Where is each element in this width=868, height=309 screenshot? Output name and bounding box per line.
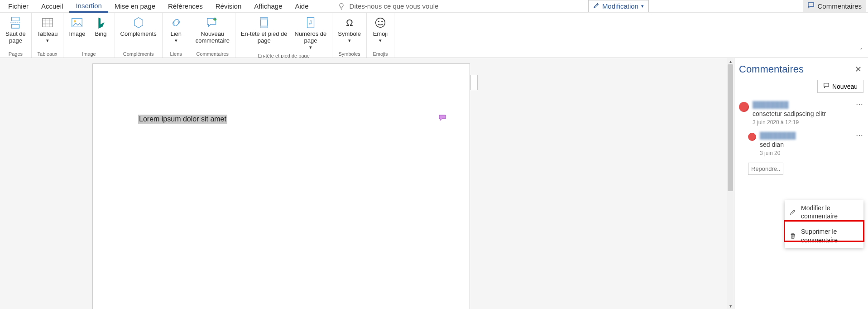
svg-point-20 bbox=[381, 21, 383, 22]
ribbon: Saut de page Pages Tableau ▾ Tableaux bbox=[0, 13, 868, 58]
ellipsis-icon: ⋯ bbox=[856, 101, 863, 108]
ribbon-group-pages-label: Pages bbox=[9, 50, 23, 58]
ribbon-group-symboles-label: Symboles bbox=[338, 50, 360, 58]
tab-insertion[interactable]: Insertion bbox=[69, 0, 108, 13]
comments-panel: Commentaires ✕ Nouveau █████ bbox=[734, 58, 868, 309]
ribbon-emoji[interactable]: Emoji ▾ bbox=[369, 14, 392, 50]
tab-affichage[interactable]: Affichage bbox=[248, 0, 288, 12]
scroll-track[interactable] bbox=[727, 64, 734, 303]
tab-accueil[interactable]: Accueil bbox=[35, 0, 69, 12]
ribbon-header-footer[interactable]: En-tête et pied de page bbox=[237, 14, 291, 52]
scroll-up-arrow[interactable]: ▴ bbox=[727, 58, 734, 64]
scroll-thumb[interactable] bbox=[728, 64, 733, 191]
svg-point-18 bbox=[376, 18, 385, 28]
chevron-down-icon: ▾ bbox=[175, 38, 177, 43]
ctx-delete-comment[interactable]: Supprimer le commentaire bbox=[785, 224, 863, 247]
bing-icon bbox=[94, 15, 108, 30]
chevron-down-icon: ▾ bbox=[46, 38, 49, 43]
comments-panel-close[interactable]: ✕ bbox=[853, 64, 863, 75]
ribbon-lien[interactable]: Lien ▾ bbox=[164, 14, 188, 50]
margin-indicator bbox=[470, 75, 478, 90]
tab-references[interactable]: Références bbox=[162, 0, 209, 12]
svg-rect-3 bbox=[42, 19, 53, 27]
svg-rect-14 bbox=[261, 26, 268, 28]
ribbon-group-image-label: Image bbox=[82, 50, 96, 58]
ribbon-image[interactable]: Image bbox=[65, 14, 89, 50]
link-icon bbox=[169, 15, 183, 30]
selected-text[interactable]: Lorem ipsum dolor sit amet bbox=[138, 115, 227, 124]
ribbon-group-pages: Saut de page Pages bbox=[0, 13, 32, 58]
chevron-down-icon: ▾ bbox=[641, 3, 644, 9]
ribbon-header-footer-label: En-tête et pied de page bbox=[241, 31, 288, 44]
ribbon-tableau[interactable]: Tableau ▾ bbox=[34, 14, 62, 50]
emoji-icon bbox=[373, 15, 388, 30]
scroll-down-arrow[interactable]: ▾ bbox=[727, 303, 734, 309]
ctx-edit-label: Modifier le commentaire bbox=[801, 204, 859, 220]
ribbon-collapse-button[interactable]: ˄ bbox=[857, 47, 865, 55]
comments-toggle-button[interactable]: Commentaires bbox=[803, 0, 866, 12]
close-icon: ✕ bbox=[855, 65, 862, 74]
ribbon-group-symboles: Ω Symbole ▾ Symboles bbox=[332, 13, 367, 58]
ribbon-page-break[interactable]: Saut de page bbox=[2, 14, 29, 50]
pencil-icon bbox=[789, 208, 796, 216]
ribbon-group-liens-label: Liens bbox=[170, 50, 182, 58]
modification-label: Modification bbox=[602, 2, 638, 10]
ribbon-tableau-label: Tableau bbox=[37, 31, 58, 38]
ribbon-symbole-label: Symbole bbox=[338, 31, 361, 38]
ribbon-group-liens: Lien ▾ Liens bbox=[163, 13, 190, 58]
chevron-up-icon: ˄ bbox=[860, 48, 863, 54]
chevron-down-icon: ▾ bbox=[309, 44, 312, 50]
ribbon-group-complements: Compléments Compléments bbox=[115, 13, 163, 58]
comment-reply[interactable]: ████████ sed dian 3 juin 20 ⋯ bbox=[748, 130, 863, 158]
ribbon-complements[interactable]: Compléments bbox=[117, 14, 160, 50]
ribbon-group-tableaux-label: Tableaux bbox=[38, 50, 58, 58]
comment-bubble-icon bbox=[823, 82, 830, 90]
modification-button[interactable]: Modification ▾ bbox=[588, 0, 649, 12]
ribbon-group-emojis: Emoji ▾ Emojis bbox=[367, 13, 394, 58]
comment-bubble-icon bbox=[807, 2, 815, 10]
ribbon-page-number[interactable]: # Numéros de page ▾ bbox=[291, 14, 331, 52]
new-comment-button[interactable]: Nouveau bbox=[817, 80, 863, 93]
comments-panel-title: Commentaires bbox=[739, 63, 804, 75]
reply-input[interactable] bbox=[748, 163, 783, 175]
ribbon-image-label: Image bbox=[69, 31, 85, 38]
document-area: Lorem ipsum dolor sit amet ▴ ▾ bbox=[0, 58, 734, 309]
ribbon-group-commentaires: Nouveau commentaire Commentaires bbox=[190, 13, 235, 58]
chevron-down-icon: ▾ bbox=[379, 38, 382, 43]
comment-date: 3 juin 2020 à 12:19 bbox=[753, 119, 863, 126]
trash-icon bbox=[789, 232, 796, 240]
comment-overflow-menu[interactable]: ⋯ bbox=[856, 100, 863, 109]
avatar bbox=[748, 133, 756, 141]
table-icon bbox=[40, 15, 55, 30]
tab-fichier[interactable]: Fichier bbox=[2, 0, 35, 12]
svg-rect-13 bbox=[261, 18, 268, 20]
tab-revision[interactable]: Révision bbox=[209, 0, 248, 12]
tab-mise-en-page[interactable]: Mise en page bbox=[108, 0, 162, 12]
ellipsis-icon: ⋯ bbox=[856, 131, 863, 139]
ribbon-page-break-label: Saut de page bbox=[5, 31, 26, 44]
tell-me-search[interactable]: Dites-nous ce que vous voule bbox=[338, 2, 439, 10]
ribbon-group-complements-label: Compléments bbox=[123, 50, 154, 58]
svg-rect-1 bbox=[12, 24, 19, 28]
workspace: Lorem ipsum dolor sit amet ▴ ▾ Commentai… bbox=[0, 58, 868, 309]
ribbon-symbole[interactable]: Ω Symbole ▾ bbox=[334, 14, 364, 50]
ribbon-nouveau-commentaire[interactable]: Nouveau commentaire bbox=[192, 14, 233, 50]
tab-aide[interactable]: Aide bbox=[289, 0, 315, 12]
page-break-icon bbox=[8, 15, 23, 30]
comment-overflow-menu[interactable]: ⋯ bbox=[856, 131, 863, 140]
ctx-edit-comment[interactable]: Modifier le commentaire bbox=[785, 200, 863, 224]
ribbon-bing-label: Bing bbox=[95, 31, 107, 38]
vertical-scrollbar[interactable]: ▴ ▾ bbox=[727, 58, 734, 309]
ribbon-group-commentaires-label: Commentaires bbox=[197, 50, 229, 58]
ribbon-group-image: Image Bing Image bbox=[63, 13, 115, 58]
lightbulb-icon bbox=[338, 3, 345, 10]
comment[interactable]: ████████ consetetur sadipscing elitr 3 j… bbox=[739, 99, 863, 127]
pencil-icon bbox=[593, 2, 599, 10]
image-icon bbox=[70, 15, 84, 30]
svg-point-19 bbox=[378, 21, 379, 22]
comment-marker-icon[interactable] bbox=[439, 115, 446, 121]
new-comment-label: Nouveau bbox=[832, 83, 858, 90]
document-page[interactable]: Lorem ipsum dolor sit amet bbox=[92, 63, 470, 309]
ribbon-bing[interactable]: Bing bbox=[89, 14, 113, 50]
ribbon-emoji-label: Emoji bbox=[373, 31, 388, 38]
